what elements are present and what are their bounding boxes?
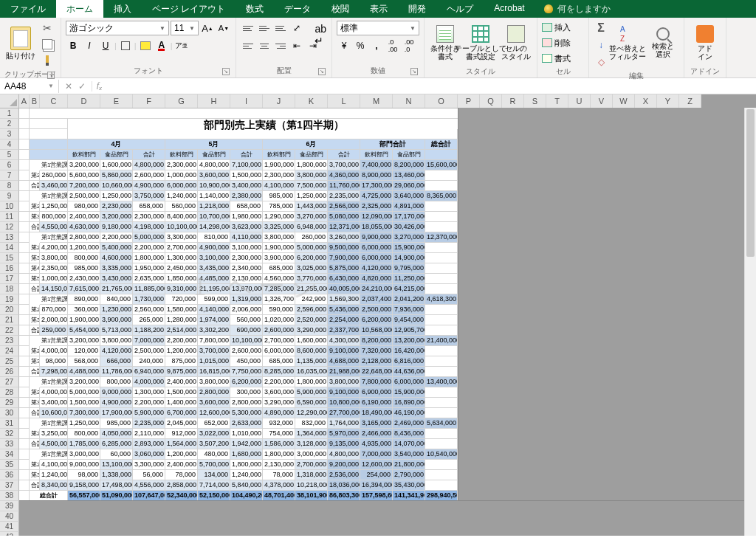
grid-cell[interactable]: 2,430,000 bbox=[68, 274, 100, 284]
grid-cell[interactable]: 3,540,000 bbox=[393, 449, 425, 460]
col-header[interactable]: V bbox=[591, 94, 613, 108]
grid-cell[interactable]: 2,700,000 bbox=[165, 243, 198, 253]
grid-cell[interactable]: 10,600,000 bbox=[40, 408, 68, 418]
grid-cell[interactable]: 3,900,000 bbox=[100, 315, 133, 325]
grid-cell[interactable]: 932,000 bbox=[263, 418, 295, 429]
grid-cell[interactable]: 14,150,000 bbox=[40, 284, 68, 294]
decrease-decimal-button[interactable]: .00.0 bbox=[402, 38, 416, 53]
grid-cell[interactable]: 44,636,000 bbox=[393, 367, 425, 377]
grid-cell[interactable]: 5,875,000 bbox=[328, 263, 360, 274]
grid-cell[interactable] bbox=[425, 253, 458, 263]
grid-cell[interactable]: 3,640,000 bbox=[393, 191, 425, 201]
grid-cell[interactable]: 2,300,000 bbox=[230, 253, 263, 263]
align-bottom-button[interactable] bbox=[273, 21, 288, 35]
wrap-text-button[interactable]: ab↵ bbox=[314, 22, 327, 47]
grid-cell[interactable]: 2,596,000 bbox=[295, 305, 328, 315]
grid-cell[interactable]: 2,130,000 bbox=[263, 460, 295, 470]
grid-cell[interactable]: 4,725,000 bbox=[360, 191, 393, 201]
col-header[interactable]: J bbox=[263, 94, 295, 108]
grid-cell[interactable]: 1,500,000 bbox=[68, 398, 100, 408]
grid-cell[interactable]: 78,000 bbox=[165, 470, 198, 480]
grid-cell[interactable]: 第3営業課 bbox=[30, 398, 40, 408]
align-center-button[interactable] bbox=[257, 38, 272, 53]
grid-cell[interactable]: 4,935,000 bbox=[360, 439, 393, 449]
grid-cell[interactable]: 832,000 bbox=[295, 418, 328, 429]
grid-cell[interactable]: 1,850,000 bbox=[165, 274, 198, 284]
grid-cell[interactable]: 7,100,000 bbox=[230, 160, 263, 170]
grid-cell[interactable]: 98,000 bbox=[40, 356, 68, 367]
grid-cell[interactable]: 9,310,000 bbox=[165, 284, 198, 294]
grid-cell[interactable]: 2,790,000 bbox=[393, 470, 425, 480]
grid-cell[interactable] bbox=[19, 439, 30, 449]
grid-cell[interactable]: 60,000 bbox=[100, 449, 133, 460]
grid-cell[interactable]: 1,580,000 bbox=[165, 305, 198, 315]
col-header[interactable]: O bbox=[425, 94, 458, 108]
grid-cell[interactable]: 2,300,000 bbox=[263, 170, 295, 181]
grid-cell[interactable]: 3,600,000 bbox=[198, 398, 230, 408]
grid-cell[interactable]: 11,786,000 bbox=[100, 367, 133, 377]
grid-cell[interactable]: 2,200,000 bbox=[133, 243, 165, 253]
grid-cell[interactable]: 1,250,000 bbox=[100, 191, 133, 201]
grid-cell[interactable]: 38,101,900 bbox=[295, 491, 328, 501]
grid-cell[interactable]: 6,000,000 bbox=[263, 346, 295, 356]
grid-cell[interactable]: 3,025,000 bbox=[295, 263, 328, 274]
grid-cell[interactable]: 1,586,000 bbox=[263, 439, 295, 449]
grid-cell[interactable]: 1,300,000 bbox=[133, 387, 165, 398]
grid-cell[interactable]: 56,000 bbox=[133, 470, 165, 480]
grid-cell[interactable]: 5,900,000 bbox=[295, 387, 328, 398]
grid-cell[interactable]: 第2営業課 bbox=[30, 346, 40, 356]
grid-cell[interactable]: 3,200,000 bbox=[100, 212, 133, 222]
grid-cell[interactable]: 1,364,000 bbox=[295, 429, 328, 439]
grid-cell[interactable]: 754,000 bbox=[263, 429, 295, 439]
grid-cell[interactable] bbox=[425, 439, 458, 449]
grid-cell[interactable]: 104,490,200 bbox=[230, 491, 263, 501]
grid-cell[interactable]: 86,803,300 bbox=[328, 491, 360, 501]
grid-cell[interactable]: 第2営業課 bbox=[30, 201, 40, 212]
grid-cell[interactable]: 3,400,000 bbox=[40, 398, 68, 408]
grid-cell[interactable]: 3,750,000 bbox=[133, 191, 165, 201]
grid-cell[interactable]: 2,300,000 bbox=[133, 212, 165, 222]
row-header[interactable]: 38 bbox=[0, 491, 19, 501]
grid-cell[interactable] bbox=[425, 170, 458, 181]
grid-cell[interactable]: 食品部門 bbox=[393, 150, 425, 160]
grid-cell[interactable]: 4,800,000 bbox=[133, 160, 165, 170]
grid-cell[interactable]: 13,100,000 bbox=[100, 460, 133, 470]
paste-button[interactable]: 貼り付け bbox=[4, 21, 37, 65]
grid-cell[interactable]: 12,600,000 bbox=[198, 408, 230, 418]
grid-cell[interactable]: 1,200,000 bbox=[165, 346, 198, 356]
grid-cell[interactable] bbox=[19, 305, 30, 315]
grid-cell[interactable]: 1,800,000 bbox=[295, 160, 328, 170]
grid-cell[interactable]: 568,000 bbox=[68, 356, 100, 367]
grid-cell[interactable]: 2,520,000 bbox=[295, 315, 328, 325]
grid-cell[interactable]: 3,300,000 bbox=[165, 232, 198, 243]
grid-cell[interactable]: 8,400,000 bbox=[165, 212, 198, 222]
grid-cell[interactable]: 第2営業課 bbox=[30, 460, 40, 470]
dialog-launcher-icon[interactable]: ↘ bbox=[318, 68, 326, 75]
row-header[interactable]: 31 bbox=[0, 418, 19, 429]
grid-cell[interactable]: 6,000,000 bbox=[360, 243, 393, 253]
grid-cell[interactable]: 560,000 bbox=[165, 201, 198, 212]
grid-cell[interactable]: 第2営業課 bbox=[30, 429, 40, 439]
col-header[interactable]: F bbox=[133, 94, 165, 108]
tab-view[interactable]: 表示 bbox=[360, 0, 398, 18]
grid-cell[interactable]: 合計 bbox=[328, 150, 360, 160]
col-header[interactable]: Z bbox=[679, 94, 701, 108]
grid-cell[interactable]: 9,100,000 bbox=[328, 346, 360, 356]
format-as-table-button[interactable]: テーブルとして 書式設定 bbox=[464, 21, 497, 65]
autosum-button[interactable]: Σ bbox=[594, 21, 608, 35]
grid-cell[interactable]: 4月 bbox=[68, 139, 165, 150]
grid-cell[interactable]: 3,200,000 bbox=[68, 377, 100, 387]
grid-cell[interactable]: 2,560,000 bbox=[133, 305, 165, 315]
grid-cell[interactable]: 2,893,000 bbox=[133, 439, 165, 449]
grid-cell[interactable] bbox=[19, 119, 30, 129]
col-header[interactable]: X bbox=[635, 94, 657, 108]
font-name-combo[interactable]: 游ゴシック▼ bbox=[66, 21, 169, 35]
grid-cell[interactable]: 大阪 bbox=[30, 377, 40, 387]
col-header[interactable]: P bbox=[458, 94, 480, 108]
grid-cell[interactable]: 658,000 bbox=[133, 201, 165, 212]
grid-cell[interactable]: 8,600,000 bbox=[295, 346, 328, 356]
row-header[interactable]: 1 bbox=[0, 108, 19, 119]
find-select-button[interactable]: 検索と 選択 bbox=[647, 21, 679, 65]
grid-cell[interactable]: 14,298,000 bbox=[198, 222, 230, 232]
grid-cell[interactable]: 3,300,000 bbox=[133, 460, 165, 470]
